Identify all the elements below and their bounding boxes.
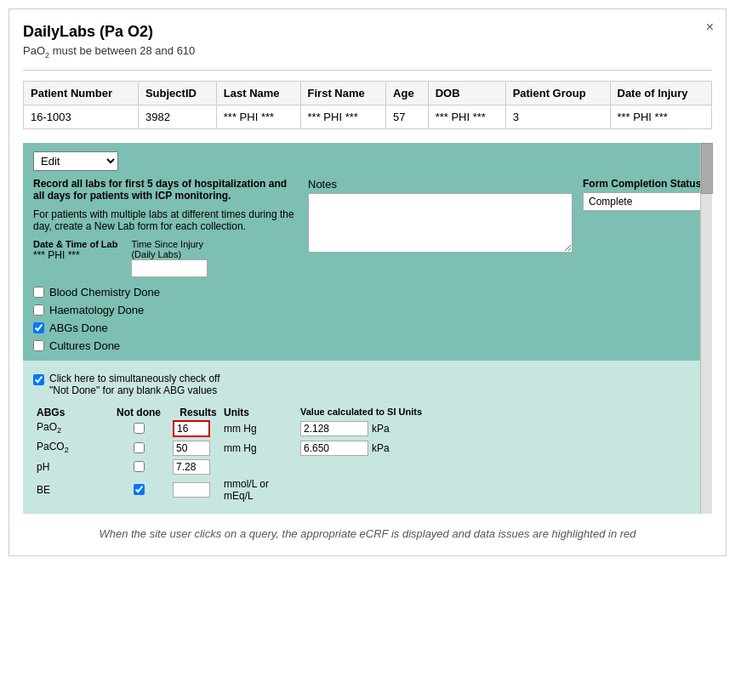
date-time-phi: *** PHI *** [33, 249, 117, 261]
abg-row-1: PaCO2mm HgkPa [37, 441, 698, 456]
date-time-group: Date & Time of Lab *** PHI *** Time Sinc… [33, 239, 298, 277]
form-status: Form Completion Status Complete [583, 178, 702, 352]
abg-notdone-checkbox-1[interactable] [134, 442, 145, 453]
abg-row-3: BEmmol/L or mEq/L [37, 478, 698, 502]
close-button[interactable]: × [706, 20, 714, 35]
form-instruction-2: For patients with multiple labs at diffe… [33, 208, 298, 232]
time-since-label: Time Since Injury [131, 239, 208, 249]
abg-row-2: pH [37, 459, 698, 475]
abg-col-header-not-done: Not done [105, 407, 173, 418]
patient-table: Patient Number SubjectID Last Name First… [23, 81, 712, 129]
simultaneous-checkbox[interactable] [33, 374, 44, 385]
subtitle-rest: must be between 28 and 610 [49, 44, 195, 57]
date-time-col: Date & Time of Lab *** PHI *** [33, 239, 117, 261]
subtitle-text: PaO [23, 44, 45, 57]
cell-last-name: *** PHI *** [216, 105, 300, 128]
abg-result-input-1[interactable] [173, 441, 210, 456]
abg-si-units-1: kPa [372, 442, 390, 454]
cell-subject-id: 3982 [138, 105, 216, 128]
form-instruction-1: Record all labs for first 5 days of hosp… [33, 178, 298, 202]
cell-age: 57 [386, 105, 429, 128]
modal-subtitle: PaO2 must be between 28 and 610 [23, 44, 712, 60]
status-label: Form Completion Status [583, 178, 702, 190]
time-since-col: Time Since Injury (Daily Labs) 21:09 [131, 239, 208, 277]
abg-name-3: BE [37, 484, 105, 496]
abg-results-0 [173, 420, 224, 437]
abg-si-input-0[interactable] [300, 421, 368, 436]
checkbox-haematology[interactable] [33, 304, 44, 316]
abg-notdone-checkbox-2[interactable] [134, 461, 145, 472]
form-outer-wrapper: Edit View Record all labs for first 5 da… [23, 143, 712, 514]
abg-name-2: pH [37, 461, 105, 473]
form-section: Edit View Record all labs for first 5 da… [23, 143, 712, 361]
checkbox-abgs[interactable] [33, 322, 44, 333]
date-time-label: Date & Time of Lab [33, 239, 117, 249]
form-notes: Notes [308, 178, 573, 352]
scrollbar[interactable] [700, 143, 712, 514]
checkbox-item-blood-chem: Blood Chemistry Done [33, 286, 298, 299]
col-header-subject-id: SubjectID [138, 81, 216, 105]
checkbox-group: Blood Chemistry Done Haematology Done AB… [33, 286, 298, 352]
abg-results-2 [173, 459, 224, 475]
checkbox-label-blood-chem: Blood Chemistry Done [49, 286, 160, 299]
abg-result-input-3[interactable] [173, 482, 210, 498]
abg-results-1 [173, 441, 224, 456]
abg-col-header-name: ABGs [37, 407, 105, 418]
notes-label: Notes [308, 178, 573, 191]
abg-notdone-checkbox-0[interactable] [134, 423, 145, 434]
abg-units-0: mm Hg [224, 423, 292, 435]
abg-si-units-0: kPa [372, 423, 390, 435]
abg-result-input-0[interactable] [173, 420, 210, 437]
time-since-sub-label: (Daily Labs) [131, 249, 208, 259]
simultaneous-label-line2: "Not Done" for any blank ABG values [49, 384, 220, 396]
checkbox-cultures[interactable] [33, 340, 44, 351]
abg-notdone-3 [105, 484, 173, 495]
form-section-inner: Record all labs for first 5 days of hosp… [33, 178, 702, 352]
modal-container: × DailyLabs (Pa O2) PaO2 must be between… [9, 9, 726, 556]
cell-patient-number: 16-1003 [24, 105, 139, 128]
col-header-first-name: First Name [300, 81, 385, 105]
abg-header-row: ABGs Not done Results Units Value calcul… [37, 407, 698, 418]
simultaneous-label-line1: Click here to simultaneously check off [49, 373, 220, 384]
footer-text: When the site user clicks on a query, th… [23, 526, 712, 543]
col-header-last-name: Last Name [216, 81, 300, 105]
abg-si-0: kPa [300, 421, 390, 436]
abg-result-input-2[interactable] [173, 459, 210, 475]
checkbox-item-abgs: ABGs Done [33, 322, 298, 334]
checkbox-label-abgs: ABGs Done [49, 322, 108, 334]
abg-notdone-0 [105, 423, 173, 434]
abg-results-3 [173, 482, 224, 498]
abg-col-header-results: Results [173, 407, 224, 418]
abg-notdone-checkbox-3[interactable] [134, 484, 145, 495]
cell-dob: *** PHI *** [428, 105, 505, 128]
abg-row-0: PaO2mm HgkPa [37, 420, 698, 437]
abg-si-input-1[interactable] [300, 441, 368, 456]
date-time-row: Date & Time of Lab *** PHI *** Time Sinc… [33, 239, 298, 277]
scroll-thumb[interactable] [701, 143, 713, 194]
light-section: Click here to simultaneously check off "… [23, 361, 712, 514]
simultaneous-check-wrapper: Click here to simultaneously check off "… [33, 373, 702, 396]
abg-table-area: ABGs Not done Results Units Value calcul… [33, 407, 702, 502]
col-header-patient-number: Patient Number [24, 81, 139, 105]
col-header-age: Age [386, 81, 429, 105]
abg-col-header-si: Value calculated to SI Units [300, 407, 422, 418]
checkbox-item-cultures: Cultures Done [33, 339, 298, 352]
abg-name-0: PaO2 [37, 421, 105, 435]
edit-dropdown[interactable]: Edit View [33, 151, 118, 171]
notes-textarea[interactable] [308, 193, 573, 253]
abg-si-1: kPa [300, 441, 390, 456]
col-header-date-of-injury: Date of Injury [610, 81, 712, 105]
cell-first-name: *** PHI *** [300, 105, 385, 128]
time-since-input[interactable]: 21:09 [131, 259, 208, 277]
table-row: 16-1003 3982 *** PHI *** *** PHI *** 57 … [24, 105, 712, 128]
edit-select-wrapper: Edit View [33, 151, 702, 171]
checkbox-blood-chem[interactable] [33, 287, 44, 298]
checkbox-item-haematology: Haematology Done [33, 304, 298, 316]
col-header-dob: DOB [428, 81, 505, 105]
cell-patient-group: 3 [505, 105, 610, 128]
form-left: Record all labs for first 5 days of hosp… [33, 178, 298, 352]
abg-notdone-1 [105, 442, 173, 453]
cell-date-of-injury: *** PHI *** [610, 105, 712, 128]
abg-rows-container: PaO2mm HgkPaPaCO2mm HgkPapHBEmmol/L or m… [37, 420, 698, 502]
abg-col-header-units: Units [224, 407, 292, 418]
